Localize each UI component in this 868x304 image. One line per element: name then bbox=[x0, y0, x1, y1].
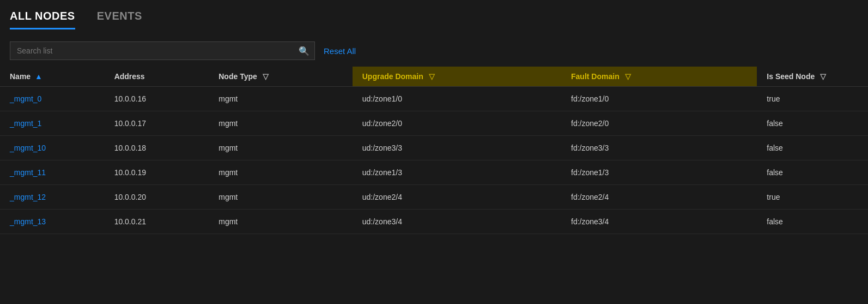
table-row: _mgmt_13 10.0.0.21 mgmt ud:/zone3/4 fd:/… bbox=[0, 210, 868, 234]
cell-upgrade-5: ud:/zone3/4 bbox=[353, 210, 561, 234]
cell-name-5[interactable]: _mgmt_13 bbox=[0, 210, 105, 234]
cell-fault-0: fd:/zone1/0 bbox=[561, 87, 757, 111]
table-row: _mgmt_0 10.0.0.16 mgmt ud:/zone1/0 fd:/z… bbox=[0, 87, 868, 111]
table-container: Name ▲ Address Node Type ▽ Upgrade Domai… bbox=[0, 67, 868, 234]
tab-events[interactable]: EVENTS bbox=[97, 10, 142, 29]
table-row: _mgmt_10 10.0.0.18 mgmt ud:/zone3/3 fd:/… bbox=[0, 136, 868, 160]
sort-asc-icon: ▲ bbox=[35, 72, 43, 81]
cell-name-1[interactable]: _mgmt_1 bbox=[0, 111, 105, 136]
table-header-row: Name ▲ Address Node Type ▽ Upgrade Domai… bbox=[0, 67, 868, 87]
search-input[interactable] bbox=[10, 41, 315, 60]
cell-name-4[interactable]: _mgmt_12 bbox=[0, 185, 105, 210]
cell-nodetype-2: mgmt bbox=[209, 136, 353, 160]
col-header-upgrade[interactable]: Upgrade Domain ▽ bbox=[353, 67, 561, 87]
cell-upgrade-3: ud:/zone1/3 bbox=[353, 160, 561, 185]
reset-all-button[interactable]: Reset All bbox=[324, 46, 356, 56]
cell-name-2[interactable]: _mgmt_10 bbox=[0, 136, 105, 160]
search-wrapper: 🔍 bbox=[10, 41, 315, 60]
cell-seed-4: true bbox=[757, 185, 868, 210]
filter-seed-icon: ▽ bbox=[820, 72, 826, 81]
cell-address-1: 10.0.0.17 bbox=[105, 111, 209, 136]
cell-address-3: 10.0.0.19 bbox=[105, 160, 209, 185]
cell-fault-5: fd:/zone3/4 bbox=[561, 210, 757, 234]
cell-address-5: 10.0.0.21 bbox=[105, 210, 209, 234]
cell-address-4: 10.0.0.20 bbox=[105, 185, 209, 210]
filter-nodetype-icon: ▽ bbox=[263, 72, 269, 81]
cell-name-0[interactable]: _mgmt_0 bbox=[0, 87, 105, 111]
cell-fault-3: fd:/zone1/3 bbox=[561, 160, 757, 185]
cell-upgrade-0: ud:/zone1/0 bbox=[353, 87, 561, 111]
col-header-fault[interactable]: Fault Domain ▽ bbox=[561, 67, 757, 87]
cell-nodetype-0: mgmt bbox=[209, 87, 353, 111]
cell-upgrade-1: ud:/zone2/0 bbox=[353, 111, 561, 136]
table-row: _mgmt_11 10.0.0.19 mgmt ud:/zone1/3 fd:/… bbox=[0, 160, 868, 185]
cell-nodetype-5: mgmt bbox=[209, 210, 353, 234]
cell-fault-1: fd:/zone2/0 bbox=[561, 111, 757, 136]
col-header-seed[interactable]: Is Seed Node ▽ bbox=[757, 67, 868, 87]
filter-upgrade-icon: ▽ bbox=[429, 72, 435, 81]
cell-upgrade-4: ud:/zone2/4 bbox=[353, 185, 561, 210]
cell-seed-2: false bbox=[757, 136, 868, 160]
table-row: _mgmt_1 10.0.0.17 mgmt ud:/zone2/0 fd:/z… bbox=[0, 111, 868, 136]
filter-fault-icon: ▽ bbox=[625, 72, 631, 81]
cell-nodetype-3: mgmt bbox=[209, 160, 353, 185]
cell-seed-5: false bbox=[757, 210, 868, 234]
col-header-address[interactable]: Address bbox=[105, 67, 209, 87]
table-row: _mgmt_12 10.0.0.20 mgmt ud:/zone2/4 fd:/… bbox=[0, 185, 868, 210]
cell-seed-1: false bbox=[757, 111, 868, 136]
col-header-name[interactable]: Name ▲ bbox=[0, 67, 105, 87]
tab-bar: ALL NODES EVENTS bbox=[0, 0, 868, 29]
cell-name-3[interactable]: _mgmt_11 bbox=[0, 160, 105, 185]
cell-seed-0: true bbox=[757, 87, 868, 111]
cell-address-2: 10.0.0.18 bbox=[105, 136, 209, 160]
cell-nodetype-4: mgmt bbox=[209, 185, 353, 210]
cell-seed-3: false bbox=[757, 160, 868, 185]
table-body: _mgmt_0 10.0.0.16 mgmt ud:/zone1/0 fd:/z… bbox=[0, 87, 868, 234]
cell-fault-2: fd:/zone3/3 bbox=[561, 136, 757, 160]
cell-nodetype-1: mgmt bbox=[209, 111, 353, 136]
nodes-table: Name ▲ Address Node Type ▽ Upgrade Domai… bbox=[0, 67, 868, 234]
search-area: 🔍 Reset All bbox=[0, 29, 868, 67]
tab-all-nodes[interactable]: ALL NODES bbox=[10, 10, 75, 29]
col-header-nodetype[interactable]: Node Type ▽ bbox=[209, 67, 353, 87]
cell-fault-4: fd:/zone2/4 bbox=[561, 185, 757, 210]
cell-address-0: 10.0.0.16 bbox=[105, 87, 209, 111]
cell-upgrade-2: ud:/zone3/3 bbox=[353, 136, 561, 160]
